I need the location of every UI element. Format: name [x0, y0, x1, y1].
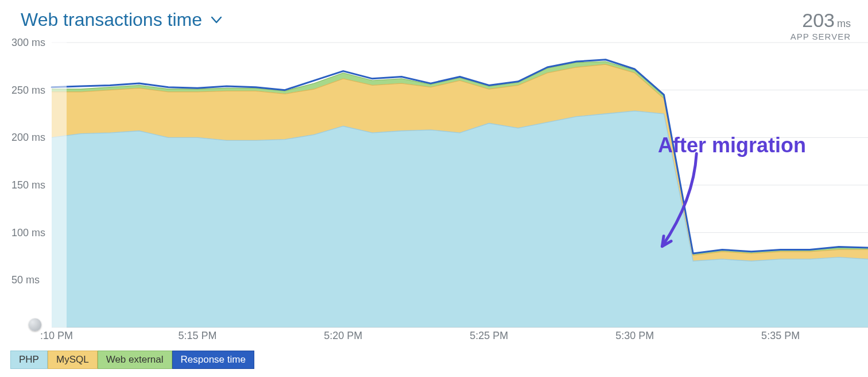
x-axis: :10 PM5:15 PM5:20 PM5:25 PM5:30 PM5:35 P… — [10, 330, 868, 345]
chart-title: Web transactions time — [21, 9, 202, 30]
chevron-down-icon — [211, 17, 222, 24]
chart-title-dropdown[interactable]: Web transactions time — [21, 9, 222, 30]
legend: PHP MySQL Web external Response time — [10, 351, 254, 369]
legend-mysql[interactable]: MySQL — [48, 351, 98, 369]
x-tick-label: 5:20 PM — [324, 330, 362, 342]
x-tick-label: :10 PM — [40, 330, 73, 342]
x-tick-label: 5:25 PM — [470, 330, 508, 342]
x-tick-label: 5:15 PM — [178, 330, 216, 342]
scrub-handle[interactable] — [29, 318, 41, 331]
legend-label: Web external — [106, 354, 164, 366]
chart-area[interactable]: After migration 50 ms100 ms150 ms200 ms2… — [10, 38, 868, 328]
legend-label: Response time — [181, 354, 246, 366]
summary-metric: 203ms APP SERVER — [790, 9, 851, 41]
legend-response-time[interactable]: Response time — [172, 351, 254, 369]
metric-value: 203 — [802, 9, 835, 31]
x-tick-label: 5:30 PM — [615, 330, 654, 342]
x-tick-label: 5:35 PM — [761, 330, 800, 342]
legend-label: PHP — [19, 354, 39, 366]
legend-web-external[interactable]: Web external — [98, 351, 172, 369]
metric-unit: ms — [837, 18, 851, 29]
chart-svg — [10, 38, 868, 328]
legend-label: MySQL — [56, 354, 89, 366]
legend-php[interactable]: PHP — [10, 351, 48, 369]
